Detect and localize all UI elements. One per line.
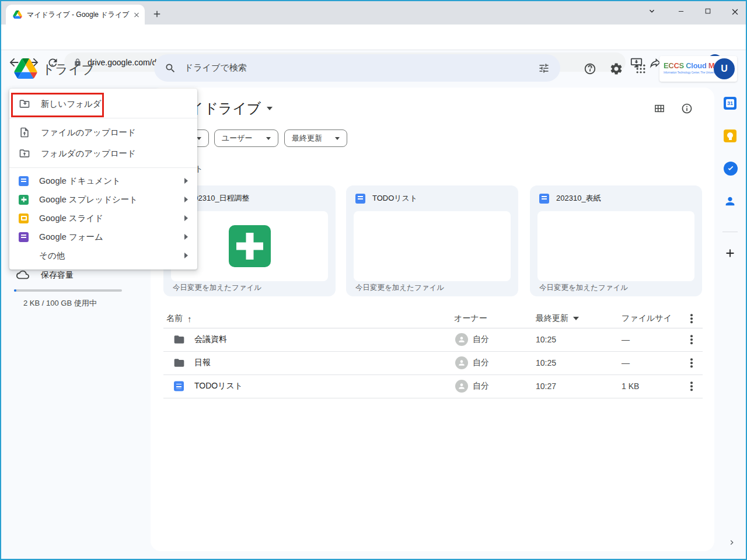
menu-item-google-forms[interactable]: Google フォーム [9, 228, 197, 246]
account-badge[interactable]: ECCS Cloud Mail Information Technology C… [659, 56, 737, 82]
file-name[interactable]: TODOリスト [194, 381, 243, 391]
menu-item-more[interactable]: その他 [9, 246, 197, 265]
suggestion-card[interactable]: 202310_表紙 今日変更を加えたファイル [530, 186, 702, 296]
card-reason: 今日変更を加えたファイル [539, 283, 628, 293]
docs-icon [539, 194, 549, 204]
docs-icon [19, 176, 29, 186]
browser-tab[interactable]: マイドライブ - Google ドライブ [6, 5, 145, 24]
main-content: マイドライブ ユーザー 最終更新 候補リスト 202310_日程調整 今日変更 [151, 88, 714, 551]
search-placeholder: ドライブで検索 [184, 62, 538, 74]
window-minimize-button[interactable] [672, 4, 690, 19]
menu-item-label: Google スプレッドシート [39, 194, 174, 205]
menu-item-label: ファイルのアップロード [41, 127, 188, 138]
table-row[interactable]: 会議資料 自分 10:25 — [163, 328, 703, 352]
owner-cell: 自分 [455, 333, 489, 346]
sidebar-item-storage[interactable]: 保存容量 [41, 270, 74, 281]
settings-gear-icon[interactable] [609, 61, 624, 76]
google-apps-grid-icon[interactable] [634, 62, 647, 75]
menu-divider [9, 118, 197, 118]
modified-time: 10:25 [536, 358, 556, 368]
file-name[interactable]: 会議資料 [194, 334, 227, 345]
browser-toolbar: drive.google.com/drive/my-drive U [0, 24, 747, 50]
modified-time: 10:25 [536, 335, 556, 344]
window-border [0, 0, 747, 1]
table-row[interactable]: TODOリスト 自分 10:27 1 KB [163, 374, 703, 398]
chevron-down-icon [335, 137, 340, 140]
menu-item-label: その他 [39, 250, 174, 261]
column-options-kebab-icon[interactable] [687, 314, 696, 323]
search-options-tune-icon[interactable] [538, 62, 550, 74]
cloud-storage-icon [16, 268, 29, 281]
new-tab-button[interactable] [151, 8, 163, 20]
sort-ascending-arrow-icon: ↑ [187, 314, 192, 324]
owner-cell: 自分 [455, 356, 489, 369]
tab-close-icon[interactable] [133, 11, 140, 18]
chip-label: 最終更新 [292, 133, 322, 144]
file-size: — [622, 358, 630, 368]
menu-item-file-upload[interactable]: ファイルのアップロード [9, 122, 197, 143]
filter-chip-modified[interactable]: 最終更新 [284, 130, 347, 147]
filter-chip-people[interactable]: ユーザー [214, 130, 278, 147]
row-options-kebab-icon[interactable] [687, 335, 696, 344]
chevron-right-icon [184, 197, 188, 202]
help-icon[interactable] [583, 62, 597, 76]
owner-avatar [455, 333, 468, 346]
menu-item-folder-upload[interactable]: フォルダのアップロード [9, 143, 197, 164]
menu-item-google-sheets[interactable]: Google スプレッドシート [9, 190, 197, 209]
owner-name: 自分 [473, 334, 489, 345]
column-name[interactable]: 名前 ↑ [166, 313, 192, 324]
search-input[interactable]: ドライブで検索 [154, 54, 560, 82]
calendar-icon[interactable]: 31 [724, 97, 736, 110]
column-size[interactable]: ファイルサイ [622, 313, 672, 324]
info-icon[interactable] [680, 102, 694, 116]
menu-item-label: Google フォーム [39, 232, 174, 243]
file-name[interactable]: 日報 [194, 358, 211, 368]
card-preview [537, 211, 694, 281]
window-border [0, 0, 1, 560]
owner-name: 自分 [473, 381, 489, 391]
tasks-icon[interactable] [724, 162, 738, 176]
drive-avatar[interactable]: U [714, 58, 735, 79]
show-side-panel-chevron-icon[interactable] [726, 537, 738, 548]
chevron-right-icon [184, 253, 188, 258]
get-addons-plus-icon[interactable] [724, 247, 736, 260]
card-preview [354, 211, 511, 281]
chevron-down-icon [267, 107, 273, 110]
new-menu: 新しいフォルダ ファイルのアップロード フォルダのアップロード Google ド… [9, 89, 197, 270]
modified-time: 10:27 [536, 382, 556, 391]
menu-item-google-docs[interactable]: Google ドキュメント [9, 172, 197, 190]
sheets-icon [19, 195, 29, 205]
tab-title: マイドライブ - Google ドライブ [27, 10, 133, 20]
keep-icon[interactable] [724, 130, 736, 142]
menu-item-label: フォルダのアップロード [41, 148, 188, 159]
folder-upload-icon [19, 148, 30, 159]
menu-item-label: Google ドキュメント [39, 176, 174, 187]
card-title: TODOリスト [372, 193, 417, 204]
card-reason: 今日変更を加えたファイル [173, 283, 261, 293]
side-panel-divider [722, 232, 738, 232]
window-maximize-button[interactable] [699, 4, 717, 19]
card-reason: 今日変更を加えたファイル [355, 283, 444, 293]
row-options-kebab-icon[interactable] [687, 382, 696, 391]
file-size: 1 KB [622, 382, 639, 391]
storage-progress-fill [14, 289, 16, 292]
window-close-button[interactable] [726, 4, 743, 19]
menu-item-new-folder[interactable]: 新しいフォルダ [9, 93, 197, 114]
owner-avatar [455, 356, 468, 369]
column-owner[interactable]: オーナー [454, 313, 487, 324]
tab-search-chevron-icon[interactable] [644, 4, 659, 19]
table-row[interactable]: 日報 自分 10:25 — [163, 351, 703, 375]
folder-icon [173, 334, 185, 345]
menu-item-label: 新しいフォルダ [41, 99, 188, 110]
menu-item-google-slides[interactable]: Google スライド [9, 209, 197, 228]
row-options-kebab-icon[interactable] [687, 358, 696, 368]
suggestion-card[interactable]: TODOリスト 今日変更を加えたファイル [346, 186, 518, 296]
owner-name: 自分 [473, 358, 489, 368]
app-name: ドライブ [42, 61, 95, 78]
column-modified[interactable]: 最終更新 [536, 313, 579, 324]
grid-view-toggle-icon[interactable] [652, 102, 666, 116]
contacts-icon[interactable] [724, 195, 736, 208]
storage-progress-bar [14, 289, 122, 292]
search-icon[interactable] [165, 62, 176, 74]
docs-icon [174, 382, 184, 391]
